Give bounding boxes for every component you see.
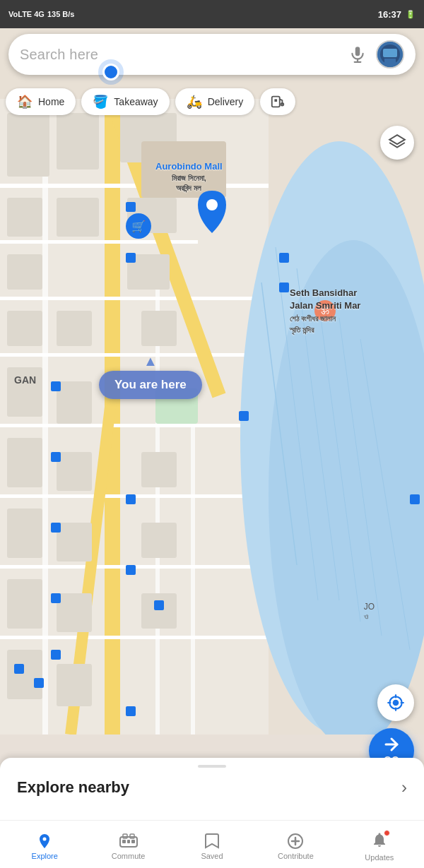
svg-rect-59: [51, 523, 61, 533]
svg-rect-35: [57, 198, 99, 237]
svg-rect-52: [279, 253, 289, 263]
sheet-handle: [198, 765, 226, 768]
nav-explore-label: Explore: [32, 852, 58, 860]
svg-rect-33: [7, 579, 42, 629]
tab-delivery[interactable]: 🛵 Delivery: [175, 88, 255, 115]
svg-rect-68: [126, 706, 136, 716]
svg-rect-10: [0, 636, 269, 639]
status-left: VoLTE 4G 135 B/s: [8, 10, 74, 18]
svg-rect-14: [155, 283, 160, 735]
home-icon: 🏠: [17, 94, 33, 109]
tab-fuel[interactable]: [260, 88, 295, 115]
svg-rect-54: [126, 202, 136, 212]
svg-text:🛒: 🛒: [131, 220, 146, 233]
svg-rect-24: [7, 113, 49, 177]
place-label: Seth Bansidhar Jalan Smriti Mar শেঠ বংশী…: [290, 287, 360, 335]
status-speed: 135 B/s: [47, 10, 75, 18]
svg-rect-41: [141, 593, 177, 629]
svg-rect-28: [7, 254, 42, 290]
svg-rect-58: [51, 452, 61, 462]
user-avatar[interactable]: [376, 40, 404, 69]
tab-takeaway-label: Takeaway: [114, 96, 158, 107]
svg-rect-63: [126, 565, 136, 575]
svg-point-83: [393, 700, 399, 706]
svg-rect-27: [7, 198, 42, 237]
svg-rect-61: [51, 650, 61, 660]
tab-delivery-label: Delivery: [208, 96, 244, 107]
svg-rect-55: [126, 253, 136, 263]
svg-rect-5: [0, 297, 269, 300]
explore-nearby-row[interactable]: Explore nearby ›: [0, 778, 424, 797]
svg-rect-3: [0, 184, 269, 188]
bottom-nav: Explore Commute Saved Contribute: [0, 820, 424, 868]
explore-chevron: ›: [401, 778, 407, 797]
nav-contribute[interactable]: Contribute: [254, 828, 337, 860]
mic-button[interactable]: [345, 42, 370, 67]
location-dot: [102, 64, 119, 81]
svg-rect-72: [355, 47, 360, 56]
bottom-sheet[interactable]: Explore nearby ›: [0, 758, 424, 820]
svg-rect-62: [126, 494, 136, 504]
svg-rect-64: [154, 600, 164, 610]
nav-updates-label: Updates: [365, 853, 394, 862]
svg-rect-45: [57, 523, 92, 561]
status-volte: VoLTE 4G: [8, 10, 45, 18]
svg-rect-78: [384, 59, 396, 64]
gan-label: GAN: [14, 374, 36, 386]
search-bar[interactable]: Search here: [8, 34, 416, 75]
svg-rect-93: [122, 840, 126, 843]
svg-rect-43: [57, 381, 92, 424]
svg-marker-82: [389, 135, 405, 144]
svg-rect-46: [57, 593, 92, 632]
tab-home-label: Home: [38, 96, 64, 107]
svg-rect-38: [141, 311, 177, 346]
svg-rect-44: [57, 452, 92, 491]
svg-rect-29: [7, 311, 42, 346]
svg-rect-95: [131, 840, 135, 843]
status-time: 16:37: [378, 9, 401, 20]
nav-saved-label: Saved: [201, 852, 223, 860]
svg-rect-31: [7, 438, 42, 487]
updates-badge: [384, 830, 390, 836]
nav-updates[interactable]: Updates: [338, 827, 421, 862]
mall-label: Aurobindo Mall মিরাজ সিনেমা,অরবিন্দ মল: [155, 161, 223, 193]
svg-rect-66: [14, 664, 24, 674]
svg-point-89: [43, 838, 47, 841]
saved-icon: [204, 833, 220, 850]
layer-button[interactable]: [380, 126, 414, 160]
svg-rect-13: [42, 99, 48, 735]
nav-commute[interactable]: Commute: [86, 828, 170, 860]
tab-takeaway[interactable]: 🪣 Takeaway: [81, 88, 169, 115]
you-are-here-label: You are here: [99, 371, 202, 399]
filter-tabs: 🏠 Home 🪣 Takeaway 🛵 Delivery: [0, 83, 424, 120]
you-are-here-container: ▲ You are here: [99, 353, 202, 399]
svg-rect-39: [141, 452, 177, 487]
svg-rect-67: [34, 678, 44, 688]
takeaway-icon: 🪣: [93, 94, 108, 109]
contribute-icon: [287, 833, 304, 850]
svg-rect-42: [57, 311, 92, 346]
nav-saved[interactable]: Saved: [170, 828, 254, 860]
status-battery: 🔋: [406, 10, 416, 19]
location-button[interactable]: [377, 684, 414, 721]
delivery-icon: 🛵: [187, 94, 202, 109]
svg-rect-47: [57, 664, 92, 706]
svg-rect-56: [239, 411, 249, 421]
nav-contribute-label: Contribute: [278, 852, 314, 860]
status-right: 16:37 🔋: [378, 9, 416, 20]
tab-home[interactable]: 🏠 Home: [6, 88, 76, 115]
nav-commute-label: Commute: [112, 852, 146, 860]
svg-rect-40: [141, 523, 177, 558]
svg-rect-57: [51, 381, 61, 391]
updates-badge-container: [371, 831, 388, 851]
search-placeholder: Search here: [20, 47, 345, 63]
svg-rect-7: [0, 424, 269, 427]
explore-icon: [36, 833, 53, 850]
status-bar: VoLTE 4G 135 B/s 16:37 🔋: [0, 0, 424, 28]
svg-rect-94: [127, 840, 130, 843]
svg-rect-53: [279, 283, 289, 292]
commute-icon: [119, 833, 138, 850]
svg-rect-60: [51, 593, 61, 603]
explore-label: Explore nearby: [17, 778, 129, 797]
nav-explore[interactable]: Explore: [3, 828, 86, 860]
